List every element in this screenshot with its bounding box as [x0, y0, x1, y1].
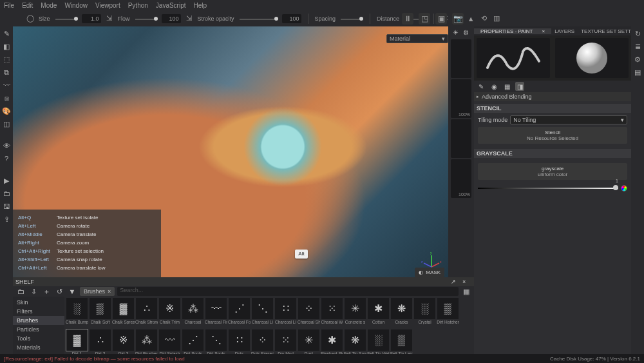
- stroke-opacity-slider[interactable]: [240, 15, 278, 23]
- save-icon[interactable]: 🖫: [2, 202, 11, 211]
- backface-icon[interactable]: ▥: [492, 14, 501, 23]
- log-icon[interactable]: ≣: [633, 42, 642, 51]
- brush-item[interactable]: ▒Dirt Hatcher: [437, 298, 459, 329]
- shelf-back-icon[interactable]: ↺: [54, 287, 64, 296]
- channel-slot-4[interactable]: 100%: [451, 159, 471, 198]
- brush-item[interactable]: ∴Chalk Strong: [135, 298, 158, 329]
- viewport-canvas[interactable]: Alt Material x y z ◐ MASK Alt+QTexture s…: [13, 26, 448, 277]
- brush-item[interactable]: ⁘Charcoal Sh: [298, 298, 320, 329]
- tiling-mode-dropdown[interactable]: No Tiling: [510, 115, 627, 124]
- render-icon[interactable]: ▣: [435, 13, 447, 25]
- brush-preset-icon[interactable]: ◯: [26, 14, 35, 23]
- channels-icon[interactable]: ▤: [633, 68, 642, 77]
- mode-brush-icon[interactable]: ✎: [477, 82, 486, 91]
- shelf-category-particles[interactable]: Particles: [13, 325, 64, 334]
- brush-item[interactable]: ❋Cracks: [390, 298, 413, 329]
- menu-javascript[interactable]: JavaScript: [156, 2, 186, 9]
- menu-viewport[interactable]: Viewport: [95, 2, 120, 9]
- menu-help[interactable]: Help: [194, 2, 207, 9]
- brush-item[interactable]: ⁙Charcoal W: [321, 298, 343, 329]
- 3d-viewport[interactable]: Alt Material x y z ◐ MASK Alt+QTexture s…: [13, 26, 448, 277]
- shelf-tab-brushes[interactable]: Brushes ×: [80, 287, 115, 296]
- close-icon[interactable]: ×: [539, 28, 549, 34]
- mask-button[interactable]: ◐ MASK: [415, 268, 444, 277]
- channel-sun-icon[interactable]: ☀: [453, 29, 459, 35]
- brush-item[interactable]: ✱Cotton: [367, 298, 390, 329]
- help-icon[interactable]: ?: [2, 154, 11, 163]
- shelf-category-materials[interactable]: Materials: [13, 343, 64, 352]
- brush-item[interactable]: ⋱Charcoal Li: [251, 298, 274, 329]
- brush-item[interactable]: ⋰Charcoal Fo: [228, 298, 251, 329]
- size-value[interactable]: 1.0: [82, 14, 101, 23]
- paint-tool-icon[interactable]: ✎: [2, 29, 11, 38]
- eraser-tool-icon[interactable]: ◧: [2, 42, 11, 51]
- grayscale-slider[interactable]: 1: [478, 184, 627, 193]
- channel-slot-3[interactable]: [451, 119, 471, 158]
- brush-item[interactable]: ▓Chalk Spread: [112, 298, 135, 329]
- ui-visibility-icon[interactable]: 👁: [2, 141, 11, 150]
- shelf-close-icon[interactable]: ×: [462, 279, 471, 285]
- shelf-category-brushes[interactable]: Brushes: [13, 316, 64, 325]
- shelf-add-icon[interactable]: ＋: [41, 287, 52, 296]
- brush-item[interactable]: ▒Chalk Soft: [89, 298, 111, 329]
- play-icon[interactable]: ▶: [2, 176, 11, 185]
- brush-item[interactable]: ※Chalk Trim: [158, 298, 181, 329]
- shelf-home-icon[interactable]: 🗀: [15, 287, 26, 296]
- stroke-opacity-value[interactable]: 100: [282, 14, 301, 23]
- mode-color-icon[interactable]: ◨: [515, 82, 524, 91]
- close-icon[interactable]: ×: [108, 288, 111, 295]
- brush-item[interactable]: ∷Charcoal Li: [274, 298, 297, 329]
- settings-icon[interactable]: ⚙: [633, 55, 642, 64]
- projection-tool-icon[interactable]: ⬚: [2, 55, 11, 64]
- folder-icon[interactable]: 🗀: [2, 189, 11, 198]
- shelf-undock-icon[interactable]: ↗: [451, 279, 460, 285]
- camera-icon[interactable]: 📷: [452, 13, 464, 25]
- select-tool-icon[interactable]: ◫: [2, 119, 11, 128]
- spacing-slider[interactable]: [341, 15, 363, 23]
- fill-tool-icon[interactable]: ⧉: [2, 68, 11, 77]
- tab-layers[interactable]: LAYERS: [551, 28, 578, 34]
- stencil-resource-button[interactable]: Stencil No Resource Selected: [478, 127, 627, 144]
- size-link-icon[interactable]: ⇲: [105, 14, 114, 23]
- shelf-category-skin[interactable]: Skin: [13, 298, 64, 307]
- menu-file[interactable]: File: [4, 2, 14, 9]
- channel-slot-1[interactable]: [451, 39, 471, 78]
- shelf-category-tools[interactable]: Tools: [13, 334, 64, 343]
- flow-link-icon[interactable]: ⇲: [185, 14, 194, 23]
- menu-edit[interactable]: Edit: [22, 2, 33, 9]
- flow-value[interactable]: 100: [162, 14, 181, 23]
- mode-alpha-icon[interactable]: ◉: [489, 82, 498, 91]
- shelf-import-icon[interactable]: ⇩: [28, 287, 39, 296]
- shelf-filter-icon[interactable]: ▼: [67, 287, 77, 296]
- mode-stencil-icon[interactable]: ▦: [502, 82, 511, 91]
- color-picker-icon[interactable]: [621, 185, 627, 191]
- material-dropdown[interactable]: Material: [386, 34, 448, 43]
- wrap-icon[interactable]: ⟲: [479, 14, 488, 23]
- brush-item[interactable]: ⁂Charcoal: [182, 298, 204, 329]
- advanced-blending-accordion[interactable]: Advanced Blending: [474, 92, 631, 101]
- shelf-search-input[interactable]: Search...: [117, 287, 459, 296]
- clone-tool-icon[interactable]: ⧇: [2, 93, 11, 103]
- material-picker-icon[interactable]: 🎨: [2, 106, 11, 115]
- menu-python[interactable]: Python: [128, 2, 148, 9]
- brush-item[interactable]: ░Crystal: [413, 298, 436, 329]
- brush-item[interactable]: ░Chalk Bumpy: [66, 298, 88, 329]
- tab-properties-paint[interactable]: PROPERTIES - PAINT×: [474, 28, 551, 34]
- channel-slot-2[interactable]: 100%: [451, 79, 471, 118]
- brush-item[interactable]: 〰Charcoal Fin: [205, 298, 227, 329]
- pause-icon[interactable]: ⏸: [402, 13, 413, 25]
- history-icon[interactable]: ↻: [633, 29, 642, 38]
- perspective-icon[interactable]: ◳: [419, 13, 430, 25]
- channel-gear-icon[interactable]: ⚙: [463, 29, 469, 35]
- grayscale-resource-button[interactable]: grayscale uniform color: [478, 163, 627, 180]
- menu-window[interactable]: Window: [64, 2, 88, 9]
- flow-slider[interactable]: [135, 15, 158, 23]
- shelf-grid-view-icon[interactable]: ▦: [461, 287, 471, 296]
- menu-mode[interactable]: Mode: [41, 2, 57, 9]
- export-icon[interactable]: ⇪: [2, 215, 11, 224]
- shelf-category-filters[interactable]: Filters: [13, 307, 64, 316]
- lazy-icon[interactable]: ▲: [466, 14, 475, 23]
- smudge-tool-icon[interactable]: 〰: [2, 81, 11, 90]
- brush-item[interactable]: ✳Concrete s: [344, 298, 366, 329]
- size-slider[interactable]: [55, 15, 78, 23]
